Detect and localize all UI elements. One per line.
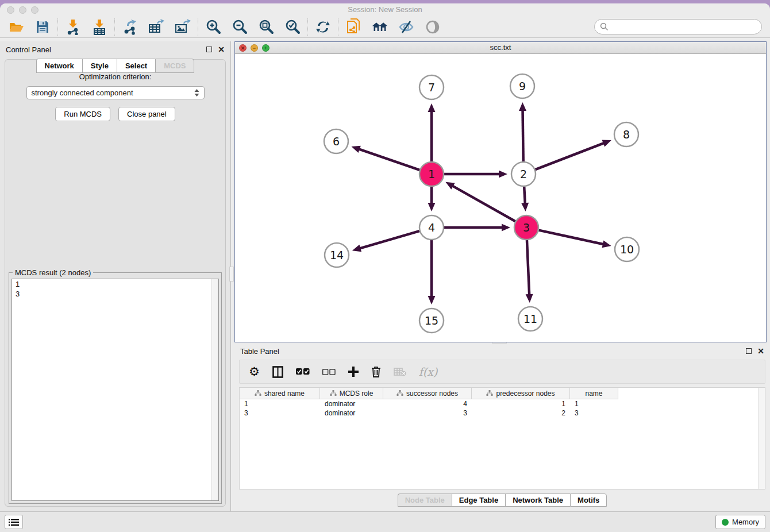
tab-style[interactable]: Style xyxy=(82,59,117,73)
table-cell[interactable]: 3 xyxy=(570,408,618,418)
add-column-icon[interactable] xyxy=(348,364,359,380)
toolbar-separator xyxy=(338,18,338,36)
mcds-result-scrollbar[interactable] xyxy=(211,279,218,500)
select-all-icon[interactable] xyxy=(296,364,310,380)
graph-edge-4-14[interactable] xyxy=(359,231,419,249)
deselect-all-icon[interactable] xyxy=(322,364,336,380)
network-window-titlebar: ✕ − + scc.txt xyxy=(235,42,766,54)
network-minimize-button[interactable]: − xyxy=(251,44,258,52)
network-close-button[interactable]: ✕ xyxy=(239,44,247,52)
zoom-out-icon[interactable] xyxy=(232,19,248,35)
graph-edge-arrow-3-11 xyxy=(526,294,533,303)
table-cell[interactable]: 1 xyxy=(570,399,618,408)
export-network-icon[interactable] xyxy=(122,19,138,35)
table-cell[interactable]: 3 xyxy=(383,408,472,418)
mcds-panel: Optimization criterion: strongly connect… xyxy=(5,59,226,507)
titlebar: Session: New Session xyxy=(0,3,770,16)
toolbar-separator xyxy=(198,18,198,36)
table-cell[interactable]: 3 xyxy=(240,408,320,418)
mcds-result-list[interactable]: 1 3 xyxy=(11,279,219,501)
zoom-in-icon[interactable] xyxy=(205,19,221,35)
import-table-icon[interactable] xyxy=(91,19,107,35)
float-panel-icon[interactable] xyxy=(206,47,212,52)
export-image-icon[interactable] xyxy=(175,19,191,35)
column-header-shared-name[interactable]: shared name xyxy=(240,388,320,399)
open-session-icon[interactable] xyxy=(8,19,24,35)
table-row[interactable]: 3dominator323 xyxy=(240,408,618,418)
tab-select[interactable]: Select xyxy=(117,59,155,73)
save-session-icon[interactable] xyxy=(34,19,51,35)
hide-eye-icon[interactable] xyxy=(398,19,414,35)
refresh-icon[interactable] xyxy=(315,19,331,35)
list-icon xyxy=(9,518,19,526)
graph-edge-arrow-4-14 xyxy=(352,245,361,252)
tab-edge-table[interactable]: Edge Table xyxy=(452,494,505,507)
table-cell[interactable]: dominator xyxy=(320,399,383,408)
graph-edge-2-9[interactable] xyxy=(523,109,523,161)
status-bar: Memory xyxy=(0,511,770,532)
zoom-selected-icon[interactable] xyxy=(284,19,301,35)
graph-node-label-4: 4 xyxy=(428,221,435,234)
maximize-window-button[interactable] xyxy=(31,6,38,14)
optimization-label: Optimization criterion: xyxy=(5,72,225,81)
graph-edge-3-1[interactable] xyxy=(452,186,515,222)
close-panel-icon[interactable]: ✕ xyxy=(218,47,225,52)
home-layout-icon[interactable] xyxy=(372,19,388,35)
control-panel-title: Control Panel xyxy=(6,45,51,54)
task-history-button[interactable] xyxy=(5,515,23,529)
column-header-name[interactable]: name xyxy=(570,388,618,399)
control-panel: Control Panel ✕ Network Style Select MCD… xyxy=(0,41,231,511)
import-network-icon[interactable] xyxy=(65,19,81,35)
minimize-window-button[interactable] xyxy=(19,6,26,14)
vertical-splitter-handle[interactable] xyxy=(229,267,234,282)
close-table-panel-icon[interactable]: ✕ xyxy=(757,348,764,354)
table-cell[interactable]: 2 xyxy=(472,408,570,418)
optimization-select-value: strongly connected component xyxy=(32,88,133,97)
clone-network-icon[interactable] xyxy=(345,19,361,35)
zoom-fit-icon[interactable] xyxy=(258,19,274,35)
search-icon xyxy=(600,22,609,31)
tab-motifs[interactable]: Motifs xyxy=(570,494,607,507)
table-cell[interactable]: 1 xyxy=(240,399,320,408)
graph-edge-3-11[interactable] xyxy=(527,240,529,296)
network-maximize-button[interactable]: + xyxy=(262,44,270,52)
export-table-icon[interactable] xyxy=(148,19,164,35)
table-row[interactable]: 1dominator411 xyxy=(240,399,618,408)
columns-icon[interactable] xyxy=(272,364,283,380)
table-toolbar: ⚙ f(x) xyxy=(239,360,765,384)
tab-node-table[interactable]: Node Table xyxy=(398,494,452,507)
delete-table-icon xyxy=(394,364,406,380)
column-header-mcds-role[interactable]: MCDS role xyxy=(320,388,383,399)
node-table-header: shared name MCDS role successor nodes pr… xyxy=(240,388,618,399)
network-canvas[interactable]: 1234678910111415 xyxy=(235,54,766,342)
delete-column-icon[interactable] xyxy=(371,364,381,380)
attribute-icon xyxy=(255,390,261,396)
mcds-result-fieldset: MCDS result (2 nodes) 1 3 xyxy=(9,272,222,504)
optimization-select[interactable]: strongly connected component xyxy=(26,86,205,99)
birdseye-icon[interactable] xyxy=(425,19,441,35)
graph-edge-1-6[interactable] xyxy=(358,149,419,170)
column-header-predecessor-nodes[interactable]: predecessor nodes xyxy=(472,388,570,399)
graph-edge-3-10[interactable] xyxy=(538,230,604,245)
graph-edge-2-8[interactable] xyxy=(536,142,605,169)
close-panel-button[interactable]: Close panel xyxy=(118,107,175,121)
close-window-button[interactable] xyxy=(7,6,14,14)
table-panel: Table Panel ✕ ⚙ xyxy=(234,344,770,511)
tab-mcds[interactable]: MCDS xyxy=(155,59,194,73)
table-scrollbar[interactable] xyxy=(758,388,765,489)
tab-network-table[interactable]: Network Table xyxy=(505,494,570,507)
table-cell[interactable]: 4 xyxy=(383,399,472,408)
column-header-successor-nodes[interactable]: successor nodes xyxy=(383,388,472,399)
run-mcds-button[interactable]: Run MCDS xyxy=(55,107,110,121)
search-field[interactable] xyxy=(594,19,762,34)
float-table-panel-icon[interactable] xyxy=(746,348,752,354)
table-cell[interactable]: 1 xyxy=(472,399,570,408)
table-cell[interactable]: dominator xyxy=(320,408,383,418)
memory-button[interactable]: Memory xyxy=(715,515,765,529)
gear-icon[interactable]: ⚙ xyxy=(249,364,260,380)
toolbar-separator xyxy=(114,18,115,36)
tab-network[interactable]: Network xyxy=(36,59,82,73)
graph-edge-2-3[interactable] xyxy=(524,187,525,205)
search-input[interactable] xyxy=(611,22,755,31)
graph-node-label-7: 7 xyxy=(428,81,435,94)
